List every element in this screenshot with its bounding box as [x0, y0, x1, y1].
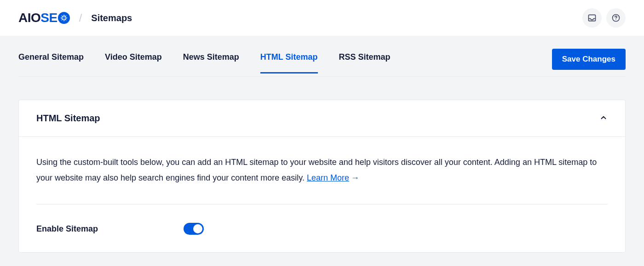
enable-sitemap-toggle[interactable]: [184, 223, 204, 235]
tab-general-sitemap[interactable]: General Sitemap: [18, 52, 84, 74]
gear-icon: [58, 12, 70, 24]
app-header: AIOSE / Sitemaps: [0, 0, 644, 36]
page-title: Sitemaps: [91, 13, 132, 23]
brand-logo[interactable]: AIOSE: [18, 11, 70, 25]
content-wrapper: General Sitemap Video Sitemap News Sitem…: [0, 36, 644, 266]
inbox-icon: [587, 13, 597, 23]
header-left: AIOSE / Sitemaps: [18, 11, 132, 25]
arrow-right-icon: →: [351, 173, 359, 182]
tabs-row: General Sitemap Video Sitemap News Sitem…: [18, 36, 626, 77]
enable-sitemap-row: Enable Sitemap: [36, 204, 608, 235]
tab-rss-sitemap[interactable]: RSS Sitemap: [339, 52, 391, 74]
tab-video-sitemap[interactable]: Video Sitemap: [105, 52, 162, 74]
enable-sitemap-label: Enable Sitemap: [36, 224, 184, 234]
tab-html-sitemap[interactable]: HTML Sitemap: [260, 52, 318, 74]
logo-text-prefix: AIO: [18, 11, 40, 25]
logo-text-suffix: SE: [40, 11, 57, 25]
help-button[interactable]: [606, 8, 626, 28]
learn-more-link[interactable]: Learn More: [307, 173, 349, 182]
breadcrumb-divider: /: [79, 11, 82, 24]
tabs: General Sitemap Video Sitemap News Sitem…: [18, 52, 391, 73]
svg-point-2: [63, 17, 64, 18]
tab-news-sitemap[interactable]: News Sitemap: [183, 52, 239, 74]
settings-card: HTML Sitemap Using the custom-built tool…: [18, 100, 626, 253]
card-description: Using the custom-built tools below, you …: [36, 154, 608, 186]
chevron-up-icon: [599, 113, 608, 124]
help-icon: [611, 13, 621, 23]
toggle-knob: [193, 224, 202, 233]
inbox-button[interactable]: [582, 8, 602, 28]
header-actions: [582, 8, 626, 28]
save-changes-button[interactable]: Save Changes: [552, 49, 626, 70]
card-header[interactable]: HTML Sitemap: [19, 100, 625, 137]
card-title: HTML Sitemap: [36, 113, 100, 124]
card-body: Using the custom-built tools below, you …: [19, 137, 625, 252]
svg-point-5: [615, 19, 616, 20]
